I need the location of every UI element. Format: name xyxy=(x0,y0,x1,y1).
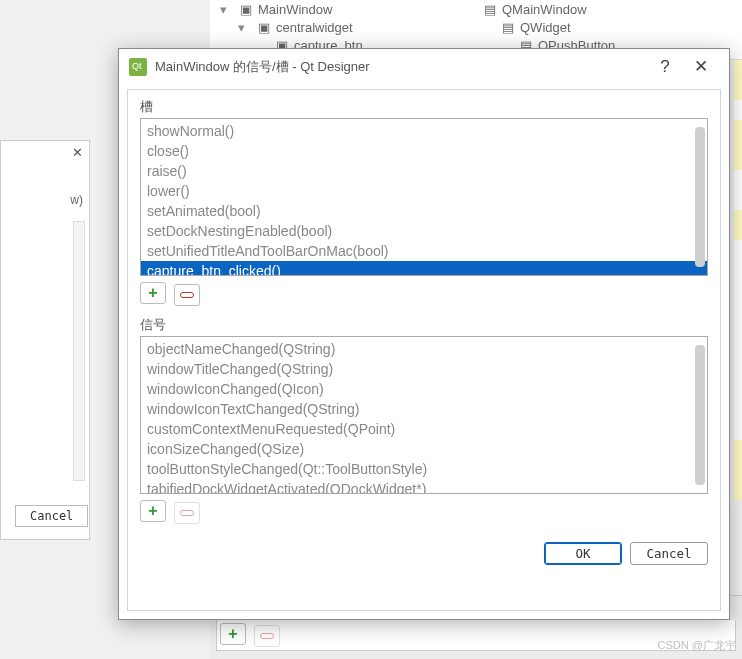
background-label: w) xyxy=(70,193,83,207)
list-item[interactable]: lower() xyxy=(141,181,707,201)
minimap-strip xyxy=(734,60,742,619)
tree-row[interactable]: ▾▣MainWindow▤QMainWindow xyxy=(210,0,742,18)
list-item[interactable]: capture_btn_clicked() xyxy=(141,261,707,276)
class-icon: ▤ xyxy=(500,19,516,35)
minus-icon xyxy=(260,633,274,639)
add-button[interactable]: + xyxy=(220,623,246,645)
list-item[interactable]: close() xyxy=(141,141,707,161)
list-item[interactable]: windowIconChanged(QIcon) xyxy=(141,379,707,399)
list-item[interactable]: raise() xyxy=(141,161,707,181)
background-panel: ✕ w) Cancel xyxy=(0,140,90,540)
object-icon: ▣ xyxy=(238,1,254,17)
list-item[interactable]: windowTitleChanged(QString) xyxy=(141,359,707,379)
list-item[interactable]: showNormal() xyxy=(141,121,707,141)
slots-label: 槽 xyxy=(140,98,708,116)
list-item[interactable]: tabifiedDockWidgetActivated(QDockWidget*… xyxy=(141,479,707,494)
remove-slot-button[interactable] xyxy=(174,284,200,306)
minus-icon xyxy=(180,292,194,298)
list-item[interactable]: windowIconTextChanged(QString) xyxy=(141,399,707,419)
list-item[interactable]: customContextMenuRequested(QPoint) xyxy=(141,419,707,439)
list-item[interactable]: setDockNestingEnabled(bool) xyxy=(141,221,707,241)
help-button[interactable]: ? xyxy=(647,57,683,77)
close-icon[interactable]: ✕ xyxy=(72,145,83,160)
scrollbar[interactable] xyxy=(695,345,705,485)
signals-label: 信号 xyxy=(140,316,708,334)
cancel-button[interactable]: Cancel xyxy=(630,542,708,565)
expand-toggle-icon[interactable]: ▾ xyxy=(220,2,234,17)
list-item[interactable]: toolButtonStyleChanged(Qt::ToolButtonSty… xyxy=(141,459,707,479)
object-class: QMainWindow xyxy=(502,2,587,17)
scrollbar[interactable] xyxy=(695,127,705,267)
add-signal-button[interactable]: + xyxy=(140,500,166,522)
close-button[interactable]: ✕ xyxy=(683,56,719,77)
object-icon: ▣ xyxy=(256,19,272,35)
add-slot-button[interactable]: + xyxy=(140,282,166,304)
qt-designer-icon xyxy=(129,58,147,76)
plus-icon: + xyxy=(148,285,157,301)
scrollbar[interactable] xyxy=(73,221,85,481)
signals-slots-dialog: MainWindow 的信号/槽 - Qt Designer ? ✕ 槽 sho… xyxy=(118,48,730,620)
expand-toggle-icon[interactable]: ▾ xyxy=(238,20,252,35)
list-item[interactable]: iconSizeChanged(QSize) xyxy=(141,439,707,459)
object-name: MainWindow xyxy=(258,2,478,17)
slots-toolbar: + xyxy=(140,276,708,316)
ok-button[interactable]: OK xyxy=(544,542,622,565)
list-item[interactable]: setUnifiedTitleAndToolBarOnMac(bool) xyxy=(141,241,707,261)
plus-icon: + xyxy=(228,626,237,642)
dialog-title: MainWindow 的信号/槽 - Qt Designer xyxy=(155,58,647,76)
class-icon: ▤ xyxy=(482,1,498,17)
remove-signal-button xyxy=(174,502,200,524)
plus-icon: + xyxy=(148,503,157,519)
object-name: centralwidget xyxy=(276,20,496,35)
titlebar: MainWindow 的信号/槽 - Qt Designer ? ✕ xyxy=(119,49,729,85)
list-item[interactable]: objectNameChanged(QString) xyxy=(141,339,707,359)
signals-listbox[interactable]: objectNameChanged(QString)windowTitleCha… xyxy=(140,336,708,494)
list-item[interactable]: setAnimated(bool) xyxy=(141,201,707,221)
object-class: QWidget xyxy=(520,20,571,35)
cancel-button[interactable]: Cancel xyxy=(15,505,88,527)
slots-listbox[interactable]: showNormal()close()raise()lower()setAnim… xyxy=(140,118,708,276)
remove-button xyxy=(254,625,280,647)
tree-row[interactable]: ▾▣centralwidget▤QWidget xyxy=(210,18,742,36)
dialog-button-row: OK Cancel xyxy=(140,534,708,565)
signals-toolbar: + xyxy=(140,494,708,534)
watermark: CSDN @广龙宇 xyxy=(658,638,736,653)
minus-icon xyxy=(180,510,194,516)
